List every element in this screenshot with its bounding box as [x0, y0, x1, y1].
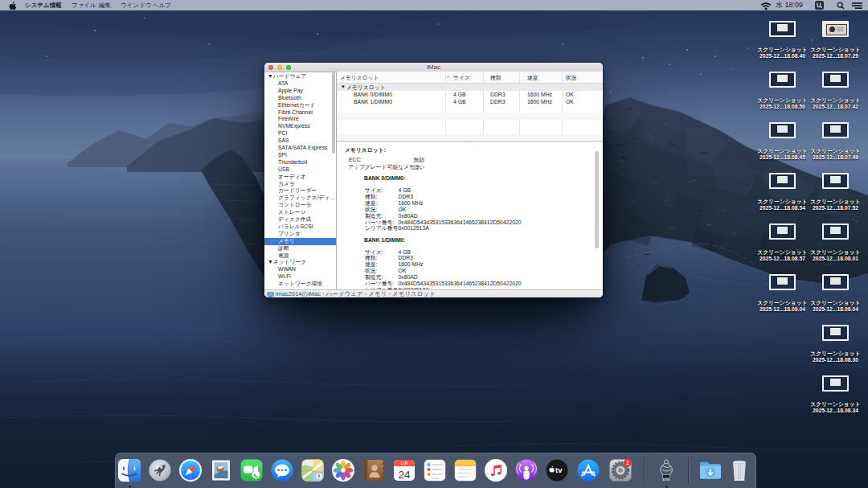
svg-text:24: 24: [398, 469, 411, 481]
svg-text:12月: 12月: [400, 461, 408, 465]
svg-text:1: 1: [626, 460, 629, 465]
svg-text:tv: tv: [555, 465, 563, 474]
